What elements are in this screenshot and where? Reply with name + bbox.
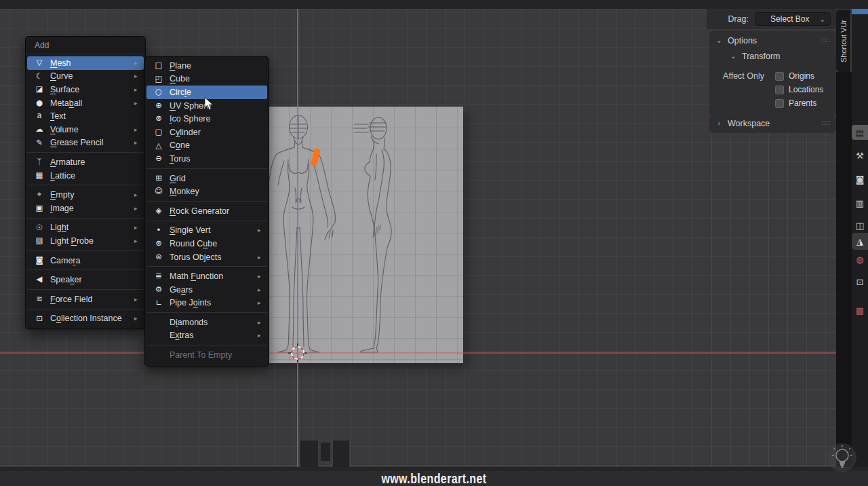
editor-type-icon[interactable]: ▤ <box>852 125 868 140</box>
menu-item-label: Torus Objects <box>170 253 252 262</box>
menu-item-cylinder[interactable]: ▢Cylinder <box>146 126 267 139</box>
empty-icon: ⌖ <box>34 191 45 199</box>
z-axis-line <box>297 9 298 467</box>
panel-grip-handle[interactable]: ∷∷ <box>821 37 830 44</box>
options-panel-header[interactable]: ⌄ Options ∷∷ <box>709 33 836 48</box>
menu-item-extras[interactable]: Extras▸ <box>146 329 267 343</box>
menu-item-label: Speaker <box>50 275 129 284</box>
transform-section-title: Transform <box>742 52 781 61</box>
menu-item-diamonds[interactable]: Diamonds▸ <box>146 316 267 329</box>
menu-separator <box>26 149 145 155</box>
origins-checkbox[interactable] <box>775 72 784 81</box>
menu-item-light-probe[interactable]: ▨Light Probe▸ <box>27 234 144 248</box>
menu-item-label: Metaball <box>50 98 129 108</box>
dark-block <box>333 441 349 468</box>
menu-item-single-vert[interactable]: •Single Vert▸ <box>146 224 267 238</box>
menu-item-plane[interactable]: □Plane <box>146 59 267 73</box>
menu-separator <box>145 310 269 316</box>
menu-item-math-function[interactable]: ≣Math Function▸ <box>146 269 267 283</box>
submenu-arrow-icon: ▸ <box>134 73 139 79</box>
workspace-panel-header[interactable]: › Workspace ∷∷ <box>709 115 836 131</box>
ico-sphere-icon: ⊗ <box>153 115 164 123</box>
submenu-arrow-icon: ▸ <box>258 319 262 326</box>
locations-checkbox[interactable] <box>775 86 784 94</box>
menu-item-pipe-joints[interactable]: ∟Pipe Joints▸ <box>146 297 267 310</box>
menu-item-text[interactable]: aText <box>27 109 144 123</box>
menu-separator <box>26 215 145 221</box>
menu-item-label: Torus <box>170 154 252 164</box>
menu-separator <box>26 306 145 312</box>
tool-icon[interactable]: ⚒ <box>852 149 868 162</box>
surface-icon: ◪ <box>34 86 45 94</box>
menu-item-label: Mesh <box>50 58 129 68</box>
menu-item-collection-instance[interactable]: ⊡Collection Instance▸ <box>27 312 144 326</box>
menu-item-empty[interactable]: ⌖Empty▸ <box>27 188 144 202</box>
menu-item-round-cube[interactable]: ⊛Round Cube <box>146 237 267 250</box>
dark-block <box>300 441 318 468</box>
menu-item-volume[interactable]: ☁Volume▸ <box>27 123 144 136</box>
cylinder-icon: ▢ <box>153 128 164 136</box>
submenu-arrow-icon: ▸ <box>258 254 262 261</box>
affect-only-row: Locations <box>709 83 836 96</box>
menu-item-label: Grid <box>170 174 252 183</box>
panel-grip-handle[interactable]: ∷∷ <box>821 119 830 127</box>
parents-checkbox[interactable] <box>775 99 784 108</box>
menu-item-image[interactable]: ▣Image▸ <box>27 202 144 215</box>
shortcut-vur-tab-label: Shortcut VUr <box>840 20 848 62</box>
options-panel: ⌄ Options ∷∷ ⌄ Transform Affect OnlyOrig… <box>709 31 836 116</box>
menu-item-surface[interactable]: ◪Surface▸ <box>27 83 144 96</box>
menu-item-label: Text <box>50 111 129 121</box>
menu-item-grease-pencil[interactable]: ✎Grease Pencil▸ <box>27 136 144 150</box>
menu-item-label: Collection Instance <box>50 314 129 323</box>
menu-item-parent-to-empty: Parent To Empty <box>146 348 267 362</box>
menu-item-label: Light Probe <box>50 236 129 246</box>
menu-item-light[interactable]: ☉Light▸ <box>27 221 144 235</box>
menu-item-label: Cylinder <box>170 128 252 137</box>
menu-item-speaker[interactable]: ◀Speaker <box>27 273 144 286</box>
view-layer-icon[interactable]: ◫ <box>852 219 868 232</box>
menu-item-curve[interactable]: ☾Curve▸ <box>27 70 144 83</box>
menu-item-torus-objects[interactable]: ⊜Torus Objects▸ <box>146 250 267 264</box>
pipe-joints-icon: ∟ <box>153 299 164 307</box>
volume-icon: ☁ <box>34 126 45 134</box>
text-icon: a <box>34 112 45 120</box>
world-icon[interactable]: ◍ <box>852 253 868 266</box>
menu-item-label: Plane <box>170 61 252 71</box>
round-cube-icon: ⊛ <box>153 240 164 248</box>
menu-item-mesh[interactable]: ▽Mesh▸ <box>27 56 144 70</box>
menu-item-camera[interactable]: ◙Camera <box>27 254 144 267</box>
menu-item-label: Force Field <box>50 295 129 304</box>
object-icon[interactable]: ⊡ <box>852 275 868 288</box>
menu-item-gears[interactable]: ⚙Gears▸ <box>146 283 267 297</box>
drag-mode-dropdown[interactable]: Select Box ⌄ <box>755 12 831 26</box>
menu-item-armature[interactable]: ᛉArmature <box>27 155 144 169</box>
light-icon: ☉ <box>34 224 45 232</box>
menu-item-lattice[interactable]: ▦Lattice <box>27 169 144 183</box>
metaball-icon: ● <box>34 99 45 107</box>
shortcut-vur-tab[interactable]: Shortcut VUr <box>836 10 850 72</box>
menu-item-label: Math Function <box>170 272 252 281</box>
menu-item-label: Armature <box>50 157 129 167</box>
menu-item-cube[interactable]: ◰Cube <box>146 73 267 86</box>
menu-item-label: Parent To Empty <box>170 350 252 360</box>
watermark-bar: www.blenderart.net <box>0 471 868 486</box>
menu-item-ico-sphere[interactable]: ⊗Ico Sphere <box>146 112 267 126</box>
menu-item-rock-generator[interactable]: ◈Rock Generator <box>146 204 267 218</box>
menu-item-metaball[interactable]: ●Metaball▸ <box>27 96 144 110</box>
menu-item-cone[interactable]: △Cone <box>146 139 267 153</box>
output-icon[interactable]: ▥ <box>852 196 868 210</box>
menu-item-label: Lattice <box>50 171 129 181</box>
render-icon[interactable]: ◙ <box>852 172 868 186</box>
menu-separator <box>26 267 145 273</box>
menu-item-grid[interactable]: ⊞Grid <box>146 172 267 185</box>
transform-section-header[interactable]: ⌄ Transform <box>709 48 836 64</box>
menu-separator <box>145 263 269 269</box>
texture-icon[interactable]: ▩ <box>852 303 868 317</box>
submenu-arrow-icon: ▸ <box>134 139 139 146</box>
scene-icon[interactable]: ◮ <box>852 233 868 250</box>
menu-item-monkey[interactable]: ☺Monkey <box>146 185 267 198</box>
menu-item-force-field[interactable]: ≋Force Field▸ <box>27 293 144 306</box>
menu-item-label: Extras <box>170 331 252 340</box>
menu-item-torus[interactable]: ⊖Torus <box>146 152 267 166</box>
drag-mode-value: Select Box <box>760 14 820 24</box>
